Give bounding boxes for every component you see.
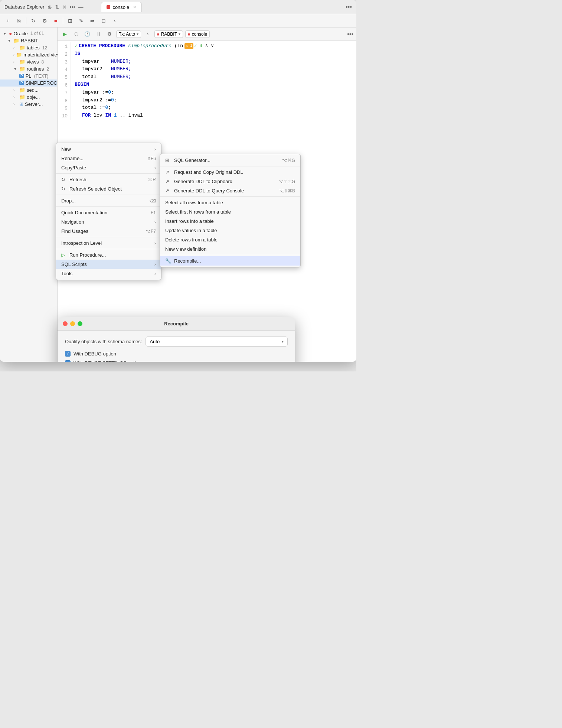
menu-item-quick-doc[interactable]: Quick Documentation F1 — [56, 208, 161, 217]
tree-server[interactable]: › ⊞ Server... — [0, 101, 57, 108]
tl-red[interactable] — [63, 321, 68, 326]
menu-drop-shortcut: ⌫ — [150, 198, 156, 204]
line-num-6: 6 — [58, 82, 68, 90]
arrows-icon[interactable]: ⇅ — [55, 4, 59, 10]
routines-count: 2 — [46, 66, 49, 72]
request-copy-label: Request and Copy Original DDL — [174, 169, 295, 175]
settings-btn[interactable]: ⚙ — [40, 16, 49, 26]
tree-rabbit[interactable]: ▼ 📁 RABBIT — [0, 37, 57, 44]
book-btn[interactable]: □ — [99, 16, 108, 26]
debug-btn[interactable]: ⬡ — [72, 30, 81, 39]
assign-tmpvar2: tmpvar2 := — [75, 97, 111, 104]
red-btn[interactable]: ■ — [51, 16, 61, 26]
clock-btn[interactable]: 🕐 — [83, 30, 92, 39]
run-proc-icon: ▷ — [61, 252, 67, 258]
nav-chevron-btn[interactable]: › — [110, 16, 120, 26]
menu-item-new[interactable]: New › — [56, 144, 161, 154]
code-line-9: total := 0 ; — [75, 104, 356, 112]
tree-tables[interactable]: › 📁 tables 12 — [0, 44, 57, 51]
db-toolbar: + ⎘ ↻ ⚙ ■ ⊞ ✎ ⇌ □ › — [0, 14, 356, 27]
code-line-6: BEGIN — [75, 81, 356, 89]
sql-menu-recompile[interactable]: 🔧 Recompile... — [160, 256, 300, 266]
tree-views[interactable]: › 📁 views 8 — [0, 58, 57, 65]
menu-item-sql-scripts[interactable]: SQL Scripts › — [56, 260, 161, 269]
more-icon[interactable]: ••• — [70, 4, 75, 10]
debug-checkbox[interactable] — [65, 351, 71, 357]
tab-label: console — [112, 4, 129, 10]
copy-btn[interactable]: ⎘ — [14, 16, 24, 26]
menu-find-usages-label: Find Usages — [61, 228, 143, 234]
sql-menu-request-copy[interactable]: ↗ Request and Copy Original DDL — [160, 168, 300, 177]
menu-item-run-proc[interactable]: ▷ Run Procedure... — [56, 250, 161, 260]
menu-item-navigation[interactable]: Navigation › — [56, 217, 161, 227]
menu-item-refresh[interactable]: ↻ Refresh ⌘R — [56, 175, 161, 184]
menu-item-tools[interactable]: Tools › — [56, 269, 161, 278]
tree-pl[interactable]: P PL (TEXT) — [0, 72, 57, 79]
console-selector-label: console — [192, 32, 207, 37]
globe-icon[interactable]: ⊕ — [48, 4, 52, 10]
pl-badge: P — [19, 74, 24, 78]
tx-arrow-btn[interactable]: › — [143, 30, 152, 39]
add-btn[interactable]: + — [3, 16, 13, 26]
assign-total: total := — [75, 104, 105, 112]
close-icon[interactable]: ✕ — [62, 4, 67, 10]
compare-btn[interactable]: ⇌ — [88, 16, 97, 26]
tree-routines[interactable]: ▼ 📁 routines 2 — [0, 65, 57, 72]
pencil-btn[interactable]: ✎ — [76, 16, 86, 26]
num-1: 1 — [114, 112, 117, 120]
minimize-icon[interactable]: — — [78, 4, 83, 10]
menu-item-copypaste[interactable]: Copy/Paste › — [56, 163, 161, 172]
menu-item-drop[interactable]: Drop... ⌫ — [56, 196, 161, 205]
pause-btn[interactable]: ⏸ — [94, 30, 103, 39]
editor-settings-btn[interactable]: ⚙ — [105, 30, 114, 39]
tree-simpleprocedure[interactable]: P SIMPLEPROCEDURE (INVAL — [0, 79, 57, 87]
qualify-select[interactable]: Auto ▾ — [146, 337, 288, 347]
tx-selector[interactable]: Tx: Auto ▾ — [116, 30, 141, 38]
sql-menu-generator[interactable]: ⊞ SQL Generator... ⌥⌘G — [160, 156, 300, 165]
run-btn[interactable]: ▶ — [61, 30, 69, 39]
tree-oracle[interactable]: ▼ ● Oracle 1 of 61 — [0, 30, 57, 37]
tl-yellow[interactable] — [70, 321, 75, 326]
window-more-icon[interactable]: ••• — [346, 4, 352, 10]
server-icon: ⊞ — [19, 101, 23, 107]
menu-item-refresh-selected[interactable]: ↻ Refresh Selected Object — [56, 184, 161, 194]
assign-tmpvar: tmpvar := — [75, 89, 108, 97]
menu-sep-5 — [56, 249, 161, 249]
sql-menu-view[interactable]: New view definition — [160, 244, 300, 254]
sql-menu-select-n[interactable]: Select first N rows from a table — [160, 207, 300, 217]
console-tab[interactable]: console ✕ — [101, 2, 142, 12]
tree-seq[interactable]: › 📁 seq... — [0, 87, 57, 94]
qualify-label: Qualify objects with schema names: — [65, 339, 142, 344]
tree-obje[interactable]: › 📁 obje... — [0, 94, 57, 101]
sql-menu-gen-query[interactable]: ↗ Generate DDL to Query Console ⌥⇧⌘B — [160, 186, 300, 195]
tl-green[interactable] — [78, 321, 82, 326]
table-btn[interactable]: ⊞ — [65, 16, 75, 26]
sql-sep-1 — [160, 166, 300, 166]
menu-item-find-usages[interactable]: Find Usages ⌥F7 — [56, 227, 161, 236]
checkbox-reuse: With REUSE SETTINGS option — [65, 360, 288, 362]
ok-badge: ✓ 4 — [194, 43, 202, 50]
sql-menu-select-all[interactable]: Select all rows from a table — [160, 198, 300, 207]
menu-item-rename[interactable]: Rename... ⇧F6 — [56, 154, 161, 163]
tree-mat-views[interactable]: › 📁 materialized views 2 — [0, 51, 57, 58]
server-toggle: › — [13, 102, 18, 106]
sql-menu-delete[interactable]: Delete rows from a table — [160, 235, 300, 244]
code-editor[interactable]: 1 2 3 4 5 6 7 8 9 10 ✓ CREATE PROCEDURE — [58, 41, 356, 122]
line-check-icon: ✓ — [75, 43, 77, 50]
refresh-btn[interactable]: ↻ — [29, 16, 38, 26]
menu-item-introspection[interactable]: Introspection Level › — [56, 238, 161, 248]
menu-quick-doc-shortcut: F1 — [151, 210, 156, 215]
editor-more-icon[interactable]: ••• — [347, 31, 353, 38]
request-copy-icon: ↗ — [165, 169, 171, 175]
checkbox-debug: With DEBUG option — [65, 351, 288, 357]
sql-menu-gen-clipboard[interactable]: ↗ Generate DDL to Clipboard ⌥⇧⌘G — [160, 177, 300, 186]
sql-menu-update[interactable]: Update values in a table — [160, 226, 300, 235]
menu-refresh-label: Refresh — [69, 177, 146, 182]
rabbit-selector[interactable]: ■ RABBIT ▾ — [154, 30, 183, 38]
line-num-2: 2 — [58, 51, 68, 59]
console-selector[interactable]: ■ console — [185, 30, 210, 38]
sql-menu-insert[interactable]: Insert rows into a table — [160, 217, 300, 226]
views-label: views — [27, 59, 39, 65]
reuse-checkbox[interactable] — [65, 360, 71, 362]
tab-close-icon[interactable]: ✕ — [133, 5, 136, 10]
